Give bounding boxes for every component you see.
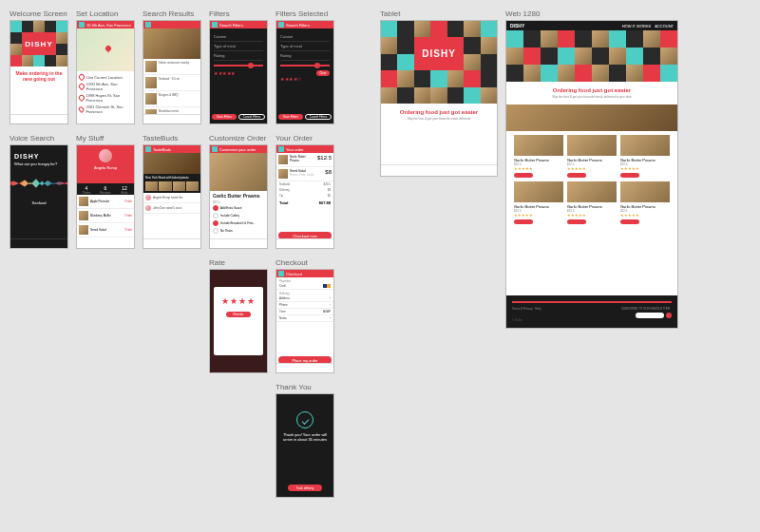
topbar: Customize your order [210, 145, 267, 153]
label: Filters Selected [276, 10, 334, 18]
rating-stars[interactable]: ★★★★ [218, 296, 259, 306]
history-item[interactable]: Greek SaladOrder [77, 223, 134, 238]
back-icon[interactable] [79, 22, 85, 28]
nav-link[interactable]: ACCOUNT [655, 24, 674, 28]
product-card[interactable]: Garlic Butter Prawns$12.5★★★★★ [514, 181, 563, 224]
checkout-row[interactable]: TimeASAP [276, 309, 333, 315]
checkout-row[interactable]: Card [276, 283, 333, 290]
frame[interactable]: Search Filters Cuisine Type of meal Rati… [276, 20, 334, 124]
filter-field[interactable]: Rating [214, 53, 263, 61]
bottom-nav[interactable] [143, 238, 200, 248]
clear-button[interactable]: Clear [316, 70, 330, 76]
topbar: TasteBuds [143, 145, 200, 153]
location-list: Use Current Location 1200 9th Ave, San F… [77, 71, 134, 117]
filter-field[interactable]: Cuisine [214, 34, 263, 42]
location-item[interactable]: 1200 9th Ave, San Francisco [79, 81, 132, 92]
frame[interactable]: TasteBuds New York Steak with baked pota… [142, 144, 201, 249]
filter-field[interactable]: Type of meal [280, 44, 330, 51]
order-button[interactable] [620, 219, 639, 224]
order-item[interactable]: Greek SaladExtras: Feta, Large$8 [276, 167, 333, 181]
bottom-nav[interactable] [10, 114, 67, 124]
checkout-row[interactable]: Notes› [276, 315, 333, 322]
product-card[interactable]: Garlic Butter Prawns$12.5★★★★★ [567, 135, 617, 178]
price-slider[interactable] [214, 65, 263, 66]
cancel-filters-button[interactable]: Cancel Filters [238, 114, 265, 120]
artboard: Welcome Screen DISHY Make ordering in th… [10, 10, 750, 498]
frame[interactable]: Angela Rump 4Orders 6Reviews 12Buds Appl… [76, 144, 135, 249]
order-item[interactable]: Garlic Butter Prawns$12.5 [276, 153, 333, 167]
addon-item[interactable]: Include Breadwich & Fries [210, 219, 267, 227]
bottom-nav[interactable] [10, 238, 67, 248]
frame[interactable]: Italian restaurant nearby Seafood · 0.5 … [142, 20, 201, 124]
back-icon[interactable] [212, 146, 218, 152]
back-icon[interactable] [212, 22, 218, 28]
history-item[interactable]: Apple PancakeOrder [77, 195, 134, 209]
rating-stars[interactable]: ★★★★★ [214, 70, 263, 76]
result-item[interactable]: Seafood · 0.5 mi [143, 75, 200, 91]
checkout-row[interactable]: Phone› [276, 302, 333, 309]
frame[interactable]: DISHY Make ordering in the new going out [10, 20, 68, 124]
rate-dialog: ★★★★ Reorder [214, 287, 263, 355]
cancel-filters-button[interactable]: Cancel Filters [305, 114, 332, 120]
bottom-nav[interactable] [381, 164, 497, 176]
hero: Ordering food just got easier Skip the l… [381, 104, 497, 126]
product-card[interactable]: Garlic Butter Prawns$12.5★★★★★ [567, 181, 617, 224]
bud-item[interactable]: John Doe rated 5 stars [143, 203, 200, 214]
filter-field[interactable]: Type of meal [214, 44, 263, 51]
order-button[interactable] [514, 219, 533, 224]
rating-stars[interactable]: ★★★★☆ [280, 76, 330, 82]
bud-item[interactable]: Angela Rump loved this [143, 193, 200, 203]
location-item[interactable]: Use Current Location [79, 73, 132, 81]
frame[interactable]: Checkout Payment Card Delivery Address› … [276, 269, 334, 373]
product-card[interactable]: Garlic Butter Prawns$12.5★★★★★ [620, 135, 670, 178]
price-slider[interactable] [280, 65, 330, 66]
hero-title: Ordering food just got easier [512, 87, 672, 93]
back-icon[interactable] [278, 22, 284, 28]
screen-customize: Customize Order Customize your order Gar… [209, 134, 268, 249]
product-card[interactable]: Garlic Butter Prawns$12.5★★★★★ [620, 181, 670, 224]
save-filters-button[interactable]: Save Filters [212, 114, 237, 120]
addon-item[interactable]: No Onion [210, 227, 267, 235]
bottom-nav[interactable] [276, 238, 333, 248]
back-icon[interactable] [145, 146, 151, 152]
frame[interactable]: DISHY HOW IT WORKS ACCOUNT Ordering food… [505, 20, 678, 329]
filter-field[interactable]: Rating [280, 53, 330, 61]
frame[interactable]: ★★★★ Reorder [209, 269, 268, 373]
brand-text[interactable]: DISHY [510, 23, 524, 28]
map[interactable] [77, 28, 134, 71]
checkout-row[interactable]: Address› [276, 295, 333, 302]
frame[interactable]: Customize your order Garlic Butter Prawn… [209, 144, 268, 249]
bottom-nav[interactable] [143, 114, 200, 124]
order-button[interactable] [514, 173, 533, 178]
addon-item[interactable]: Add Extra Sauce [210, 204, 267, 212]
frame[interactable]: Your order Garlic Butter Prawns$12.5 Gre… [276, 144, 334, 249]
history-item[interactable]: Blueberry MuffinOrder [77, 209, 134, 223]
save-filters-button[interactable]: Save Filters [278, 114, 303, 120]
order-button[interactable] [567, 219, 586, 224]
frame[interactable]: 10 4th Ave, San Francisco Use Current Lo… [76, 20, 135, 124]
order-button[interactable] [620, 173, 639, 178]
reorder-button[interactable]: Reorder [226, 312, 251, 317]
frame[interactable]: DISHY Ordering food just got easier Skip… [380, 20, 498, 177]
product-card[interactable]: Garlic Butter Prawns$12.5★★★★★ [514, 135, 563, 178]
bottom-nav[interactable] [210, 238, 267, 248]
nav-link[interactable]: HOW IT WORKS [622, 24, 652, 28]
frame[interactable]: Thank you! Your order will arrive in abo… [276, 393, 334, 498]
back-icon[interactable] [278, 271, 284, 276]
location-item[interactable]: 1998 Hayes St, San Francisco [79, 92, 132, 104]
back-icon[interactable] [278, 146, 284, 152]
filter-field[interactable]: Cuisine [280, 34, 330, 42]
result-item[interactable]: Burgers & BBQ [143, 91, 200, 107]
track-button[interactable]: Track delivery [288, 484, 322, 491]
bottom-nav[interactable] [276, 363, 333, 372]
order-button[interactable] [567, 173, 586, 178]
addon-item[interactable]: Include Cutlery [210, 212, 267, 219]
back-icon[interactable] [145, 22, 151, 28]
avatar[interactable] [99, 149, 112, 162]
location-item[interactable]: 2901 Clement St, San Francisco [79, 104, 132, 115]
search-input[interactable]: 10 4th Ave, San Francisco [86, 23, 131, 28]
result-item[interactable]: Italian restaurant nearby [143, 59, 200, 75]
frame[interactable]: DISHY What are you hungry for? Seafood [10, 144, 68, 249]
footer-links[interactable]: Terms & Privacy · Help [512, 307, 541, 311]
frame[interactable]: Search Filters Cuisine Type of meal Rati… [209, 20, 268, 124]
